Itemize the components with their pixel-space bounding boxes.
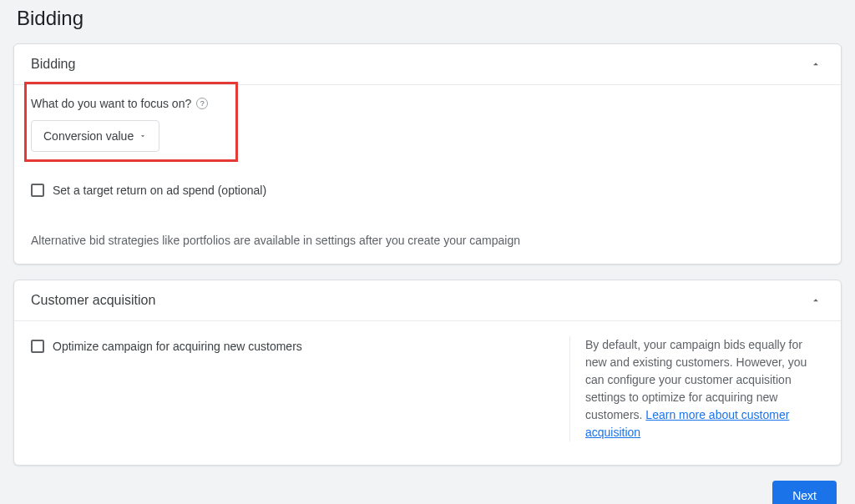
next-button[interactable]: Next xyxy=(772,481,837,504)
customer-acq-description: By default, your campaign bids equally f… xyxy=(569,336,824,441)
help-icon[interactable]: ? xyxy=(196,98,208,109)
optimize-checkbox[interactable] xyxy=(31,340,44,353)
chevron-up-icon xyxy=(807,292,824,309)
footer: Next xyxy=(13,481,842,504)
bidding-card-title: Bidding xyxy=(31,57,75,72)
focus-select-value: Conversion value xyxy=(43,129,134,143)
troas-checkbox[interactable] xyxy=(31,184,44,197)
bidding-note: Alternative bid strategies like portfoli… xyxy=(31,234,824,247)
bidding-card-body: What do you want to focus on? ? Conversi… xyxy=(14,85,841,264)
focus-select[interactable]: Conversion value xyxy=(31,120,159,152)
bidding-card-header[interactable]: Bidding xyxy=(14,44,841,85)
focus-label: What do you want to focus on? xyxy=(31,97,191,110)
customer-acq-header[interactable]: Customer acquisition xyxy=(14,280,841,321)
customer-acq-title: Customer acquisition xyxy=(31,293,155,308)
optimize-label: Optimize campaign for acquiring new cust… xyxy=(53,340,302,353)
bidding-card: Bidding What do you want to focus on? ? … xyxy=(13,43,842,265)
dropdown-arrow-icon xyxy=(139,132,147,140)
troas-label: Set a target return on ad spend (optiona… xyxy=(53,184,266,197)
chevron-up-icon xyxy=(807,56,824,73)
page-title: Bidding xyxy=(13,0,842,43)
customer-acq-body: Optimize campaign for acquiring new cust… xyxy=(14,321,841,465)
customer-acq-card: Customer acquisition Optimize campaign f… xyxy=(13,280,842,466)
